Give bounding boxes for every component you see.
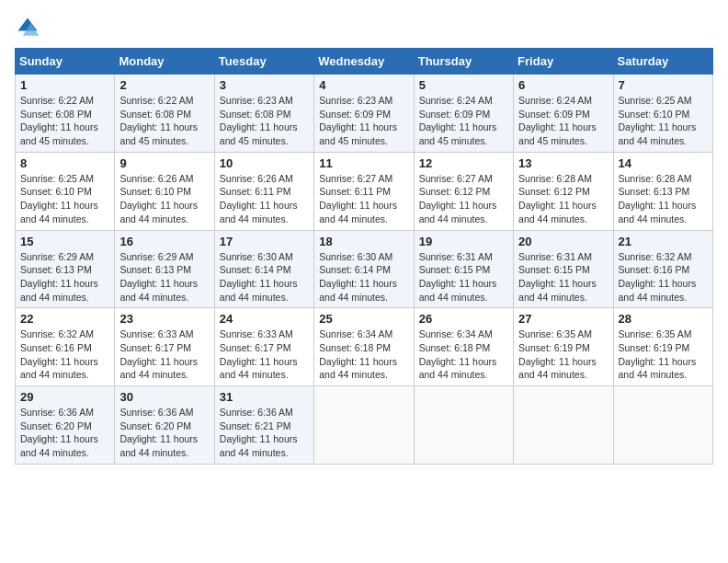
day-info: Sunrise: 6:30 AMSunset: 6:14 PMDaylight:… [319, 250, 408, 304]
weekday-header: Thursday [414, 49, 513, 75]
day-number: 10 [220, 156, 309, 170]
day-info: Sunrise: 6:33 AMSunset: 6:17 PMDaylight:… [220, 327, 309, 382]
day-number: 7 [619, 78, 708, 92]
day-info: Sunrise: 6:35 AMSunset: 6:19 PMDaylight:… [518, 327, 608, 382]
day-info: Sunrise: 6:27 AMSunset: 6:12 PMDaylight:… [419, 172, 508, 226]
day-info: Sunrise: 6:23 AMSunset: 6:09 PMDaylight:… [319, 94, 408, 148]
calendar-cell [514, 386, 613, 465]
day-number: 19 [419, 235, 508, 248]
calendar-cell: 29Sunrise: 6:36 AMSunset: 6:20 PMDayligh… [16, 386, 115, 465]
day-number: 3 [220, 78, 309, 92]
calendar-cell: 25Sunrise: 6:34 AMSunset: 6:18 PMDayligh… [314, 308, 414, 386]
day-info: Sunrise: 6:22 AMSunset: 6:08 PMDaylight:… [20, 94, 109, 148]
calendar-cell: 9Sunrise: 6:26 AMSunset: 6:10 PMDaylight… [115, 152, 214, 230]
calendar-cell [314, 386, 414, 465]
calendar-week-row: 8Sunrise: 6:25 AMSunset: 6:10 PMDaylight… [16, 152, 713, 230]
day-number: 11 [319, 156, 408, 170]
weekday-header: Saturday [613, 49, 712, 75]
calendar-cell: 13Sunrise: 6:28 AMSunset: 6:12 PMDayligh… [514, 152, 613, 230]
day-info: Sunrise: 6:34 AMSunset: 6:18 PMDaylight:… [419, 327, 508, 382]
day-number: 9 [119, 156, 209, 170]
calendar-cell: 12Sunrise: 6:27 AMSunset: 6:12 PMDayligh… [414, 152, 513, 230]
day-info: Sunrise: 6:22 AMSunset: 6:08 PMDaylight:… [119, 94, 209, 148]
weekday-header: Wednesday [314, 49, 414, 75]
day-number: 6 [518, 78, 608, 92]
day-number: 2 [119, 78, 209, 92]
calendar-cell: 3Sunrise: 6:23 AMSunset: 6:08 PMDaylight… [214, 75, 313, 153]
weekday-header: Monday [115, 49, 214, 75]
calendar-cell: 10Sunrise: 6:26 AMSunset: 6:11 PMDayligh… [214, 152, 313, 230]
day-number: 30 [119, 390, 209, 404]
calendar-cell: 5Sunrise: 6:24 AMSunset: 6:09 PMDaylight… [414, 75, 513, 153]
day-number: 23 [119, 312, 209, 326]
calendar-cell: 16Sunrise: 6:29 AMSunset: 6:13 PMDayligh… [115, 230, 214, 308]
calendar-cell: 28Sunrise: 6:35 AMSunset: 6:19 PMDayligh… [613, 308, 712, 386]
calendar-table: SundayMondayTuesdayWednesdayThursdayFrid… [15, 48, 713, 465]
day-number: 26 [419, 312, 508, 326]
calendar-week-row: 15Sunrise: 6:29 AMSunset: 6:13 PMDayligh… [16, 230, 713, 308]
logo [15, 15, 44, 40]
weekday-header: Tuesday [214, 49, 313, 75]
day-info: Sunrise: 6:24 AMSunset: 6:09 PMDaylight:… [419, 94, 508, 148]
calendar-cell: 2Sunrise: 6:22 AMSunset: 6:08 PMDaylight… [115, 75, 214, 153]
day-number: 18 [319, 235, 408, 248]
day-number: 22 [20, 312, 109, 326]
day-info: Sunrise: 6:24 AMSunset: 6:09 PMDaylight:… [518, 94, 608, 148]
day-number: 1 [20, 78, 109, 92]
calendar-cell: 26Sunrise: 6:34 AMSunset: 6:18 PMDayligh… [414, 308, 513, 386]
day-number: 24 [220, 312, 309, 326]
day-info: Sunrise: 6:26 AMSunset: 6:11 PMDaylight:… [220, 172, 309, 226]
day-info: Sunrise: 6:27 AMSunset: 6:11 PMDaylight:… [319, 172, 408, 226]
day-number: 16 [119, 235, 209, 248]
calendar-cell: 21Sunrise: 6:32 AMSunset: 6:16 PMDayligh… [613, 230, 712, 308]
logo-icon [15, 15, 40, 40]
calendar-cell: 17Sunrise: 6:30 AMSunset: 6:14 PMDayligh… [214, 230, 313, 308]
day-number: 28 [619, 312, 708, 326]
calendar-cell: 1Sunrise: 6:22 AMSunset: 6:08 PMDaylight… [16, 75, 115, 153]
day-info: Sunrise: 6:28 AMSunset: 6:12 PMDaylight:… [518, 172, 608, 226]
day-number: 17 [220, 235, 309, 248]
day-number: 4 [319, 78, 408, 92]
day-info: Sunrise: 6:29 AMSunset: 6:13 PMDaylight:… [119, 250, 209, 304]
calendar-cell: 24Sunrise: 6:33 AMSunset: 6:17 PMDayligh… [214, 308, 313, 386]
day-info: Sunrise: 6:36 AMSunset: 6:20 PMDaylight:… [119, 406, 209, 460]
calendar-cell: 27Sunrise: 6:35 AMSunset: 6:19 PMDayligh… [514, 308, 613, 386]
day-number: 25 [319, 312, 408, 326]
calendar-week-row: 1Sunrise: 6:22 AMSunset: 6:08 PMDaylight… [16, 75, 713, 153]
calendar-cell: 14Sunrise: 6:28 AMSunset: 6:13 PMDayligh… [613, 152, 712, 230]
day-number: 15 [20, 235, 109, 248]
day-info: Sunrise: 6:32 AMSunset: 6:16 PMDaylight:… [20, 327, 109, 382]
day-info: Sunrise: 6:36 AMSunset: 6:21 PMDaylight:… [220, 406, 309, 460]
day-info: Sunrise: 6:34 AMSunset: 6:18 PMDaylight:… [319, 327, 408, 382]
calendar-cell: 4Sunrise: 6:23 AMSunset: 6:09 PMDaylight… [314, 75, 414, 153]
calendar-cell: 31Sunrise: 6:36 AMSunset: 6:21 PMDayligh… [214, 386, 313, 465]
day-info: Sunrise: 6:33 AMSunset: 6:17 PMDaylight:… [119, 327, 209, 382]
day-info: Sunrise: 6:31 AMSunset: 6:15 PMDaylight:… [419, 250, 508, 304]
day-number: 8 [20, 156, 109, 170]
day-info: Sunrise: 6:25 AMSunset: 6:10 PMDaylight:… [619, 94, 708, 148]
weekday-header: Friday [514, 49, 613, 75]
day-info: Sunrise: 6:36 AMSunset: 6:20 PMDaylight:… [20, 406, 109, 460]
calendar-cell: 22Sunrise: 6:32 AMSunset: 6:16 PMDayligh… [16, 308, 115, 386]
day-info: Sunrise: 6:26 AMSunset: 6:10 PMDaylight:… [119, 172, 209, 226]
day-info: Sunrise: 6:31 AMSunset: 6:15 PMDaylight:… [518, 250, 608, 304]
day-number: 12 [419, 156, 508, 170]
calendar-cell: 15Sunrise: 6:29 AMSunset: 6:13 PMDayligh… [16, 230, 115, 308]
day-info: Sunrise: 6:32 AMSunset: 6:16 PMDaylight:… [619, 250, 708, 304]
day-info: Sunrise: 6:23 AMSunset: 6:08 PMDaylight:… [220, 94, 309, 148]
day-info: Sunrise: 6:35 AMSunset: 6:19 PMDaylight:… [619, 327, 708, 382]
day-info: Sunrise: 6:28 AMSunset: 6:13 PMDaylight:… [619, 172, 708, 226]
calendar-cell: 23Sunrise: 6:33 AMSunset: 6:17 PMDayligh… [115, 308, 214, 386]
calendar-week-row: 29Sunrise: 6:36 AMSunset: 6:20 PMDayligh… [16, 386, 713, 465]
calendar-cell: 11Sunrise: 6:27 AMSunset: 6:11 PMDayligh… [314, 152, 414, 230]
day-number: 20 [518, 235, 608, 248]
day-number: 14 [619, 156, 708, 170]
day-info: Sunrise: 6:29 AMSunset: 6:13 PMDaylight:… [20, 250, 109, 304]
calendar-cell: 19Sunrise: 6:31 AMSunset: 6:15 PMDayligh… [414, 230, 513, 308]
calendar-cell: 20Sunrise: 6:31 AMSunset: 6:15 PMDayligh… [514, 230, 613, 308]
day-number: 5 [419, 78, 508, 92]
weekday-header: Sunday [16, 49, 115, 75]
day-info: Sunrise: 6:30 AMSunset: 6:14 PMDaylight:… [220, 250, 309, 304]
day-number: 29 [20, 390, 109, 404]
calendar-cell: 30Sunrise: 6:36 AMSunset: 6:20 PMDayligh… [115, 386, 214, 465]
